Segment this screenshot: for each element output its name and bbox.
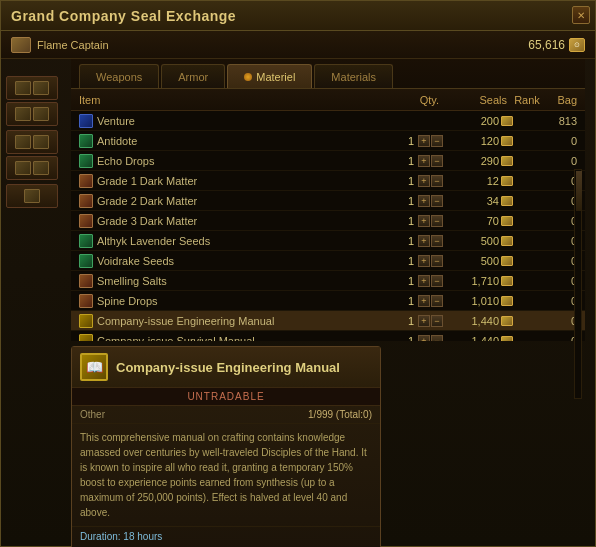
item-name: Company-issue Engineering Manual	[97, 315, 383, 327]
qty-value: 1	[405, 135, 417, 147]
table-row[interactable]: Grade 3 Dark Matter1+−700	[71, 211, 585, 231]
table-row[interactable]: Company-issue Engineering Manual1+−1,440…	[71, 311, 585, 331]
qty-plus-button[interactable]: +	[418, 215, 430, 227]
qty-controls: 1+−	[383, 155, 443, 167]
qty-plus-button[interactable]: +	[418, 175, 430, 187]
qty-plus-button[interactable]: +	[418, 315, 430, 327]
qty-minus-button[interactable]: −	[431, 135, 443, 147]
close-button[interactable]: ✕	[572, 6, 590, 24]
tooltip-category-value: 1/999 (Total:0)	[308, 409, 372, 420]
panel-icon-3[interactable]	[6, 130, 58, 154]
item-name: Company-issue Survival Manual	[97, 335, 383, 342]
tab-armor[interactable]: Armor	[161, 64, 225, 88]
item-icon	[79, 174, 93, 188]
pi-small-6	[33, 135, 49, 149]
item-icon	[79, 194, 93, 208]
qty-minus-button[interactable]: −	[431, 215, 443, 227]
qty-minus-button[interactable]: −	[431, 275, 443, 287]
tab-weapons[interactable]: Weapons	[79, 64, 159, 88]
panel-group-1	[6, 76, 58, 126]
item-icon	[79, 314, 93, 328]
pi-small-1	[15, 81, 31, 95]
col-header-qty: Qty.	[379, 94, 439, 106]
tab-materiel[interactable]: Materiel	[227, 64, 312, 88]
item-icon	[79, 274, 93, 288]
panel-icon-4[interactable]	[6, 156, 58, 180]
qty-plus-button[interactable]: +	[418, 235, 430, 247]
bag-value: 813	[549, 115, 577, 127]
bag-value: 0	[549, 215, 577, 227]
bag-value: 0	[549, 155, 577, 167]
bag-value: 0	[549, 235, 577, 247]
qty-value: 1	[405, 295, 417, 307]
item-name: Antidote	[97, 135, 383, 147]
qty-minus-button[interactable]: −	[431, 175, 443, 187]
panel-icon-1[interactable]	[6, 76, 58, 100]
tooltip-untradable: UNTRADABLE	[72, 388, 380, 406]
item-name: Grade 1 Dark Matter	[97, 175, 383, 187]
qty-plus-button[interactable]: +	[418, 195, 430, 207]
qty-minus-button[interactable]: −	[431, 315, 443, 327]
tab-materials[interactable]: Materials	[314, 64, 393, 88]
qty-plus-button[interactable]: +	[418, 335, 430, 342]
panel-icon-5[interactable]	[6, 184, 58, 208]
rank-icon	[11, 37, 31, 53]
seals-icon	[501, 176, 513, 186]
item-icon	[79, 134, 93, 148]
qty-plus-button[interactable]: +	[418, 275, 430, 287]
item-name: Grade 2 Dark Matter	[97, 195, 383, 207]
pi-small-7	[15, 161, 31, 175]
scrollbar[interactable]	[574, 169, 582, 399]
table-row[interactable]: Antidote1+−1200	[71, 131, 585, 151]
item-icon	[79, 154, 93, 168]
qty-minus-button[interactable]: −	[431, 255, 443, 267]
table-row[interactable]: Grade 1 Dark Matter1+−120	[71, 171, 585, 191]
seals-value: 500	[449, 255, 499, 267]
currency-value: 65,616	[528, 38, 565, 52]
table-row[interactable]: Grade 2 Dark Matter1+−340	[71, 191, 585, 211]
main-window: Grand Company Seal Exchange ✕ Flame Capt…	[0, 0, 596, 547]
qty-value: 1	[405, 255, 417, 267]
qty-plus-button[interactable]: +	[418, 295, 430, 307]
item-name: Althyk Lavender Seeds	[97, 235, 383, 247]
seals-value: 1,440	[449, 315, 499, 327]
seals-value: 70	[449, 215, 499, 227]
panel-icon-2[interactable]	[6, 102, 58, 126]
tooltip-item-icon: 📖	[80, 353, 108, 381]
player-name: Flame Captain	[37, 39, 109, 51]
seals-value: 200	[449, 115, 499, 127]
qty-value: 1	[405, 195, 417, 207]
qty-value: 1	[405, 235, 417, 247]
table-row[interactable]: Company-issue Survival Manual1+−1,4400	[71, 331, 585, 341]
qty-controls: 1+−	[383, 315, 443, 327]
column-headers: Item Qty. Seals Rank Bag	[71, 89, 585, 111]
qty-plus-button[interactable]: +	[418, 135, 430, 147]
table-row[interactable]: Spine Drops1+−1,0100	[71, 291, 585, 311]
item-icon	[79, 254, 93, 268]
col-header-seals: Seals	[447, 94, 507, 106]
qty-minus-button[interactable]: −	[431, 335, 443, 342]
pi-small-5	[15, 135, 31, 149]
col-header-rank: Rank	[507, 94, 547, 106]
bag-value: 0	[549, 255, 577, 267]
seals-value: 12	[449, 175, 499, 187]
bag-value: 0	[549, 135, 577, 147]
qty-value: 1	[405, 175, 417, 187]
seals-icon	[501, 116, 513, 126]
table-row[interactable]: Venture200813	[71, 111, 585, 131]
pi-small-2	[33, 81, 49, 95]
qty-plus-button[interactable]: +	[418, 155, 430, 167]
table-row[interactable]: Althyk Lavender Seeds1+−5000	[71, 231, 585, 251]
seals-icon	[501, 276, 513, 286]
table-row[interactable]: Echo Drops1+−2900	[71, 151, 585, 171]
qty-minus-button[interactable]: −	[431, 155, 443, 167]
pi-small-9	[24, 189, 40, 203]
qty-minus-button[interactable]: −	[431, 235, 443, 247]
table-row[interactable]: Voidrake Seeds1+−5000	[71, 251, 585, 271]
qty-value: 1	[405, 275, 417, 287]
table-row[interactable]: Smelling Salts1+−1,7100	[71, 271, 585, 291]
qty-minus-button[interactable]: −	[431, 295, 443, 307]
pi-small-8	[33, 161, 49, 175]
qty-plus-button[interactable]: +	[418, 255, 430, 267]
qty-minus-button[interactable]: −	[431, 195, 443, 207]
